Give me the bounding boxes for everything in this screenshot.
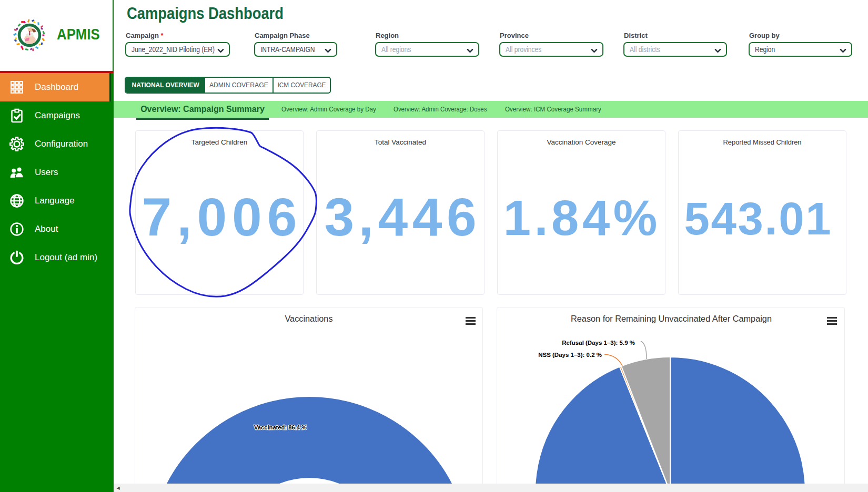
- svg-text:Vaccinated: 86.4 %: Vaccinated: 86.4 %: [254, 424, 307, 430]
- svg-text:NSS (Days 1–3): 0.2 %: NSS (Days 1–3): 0.2 %: [538, 352, 602, 358]
- svg-text:Refusal (Days 1–3): 5.9 %: Refusal (Days 1–3): 5.9 %: [562, 340, 635, 346]
